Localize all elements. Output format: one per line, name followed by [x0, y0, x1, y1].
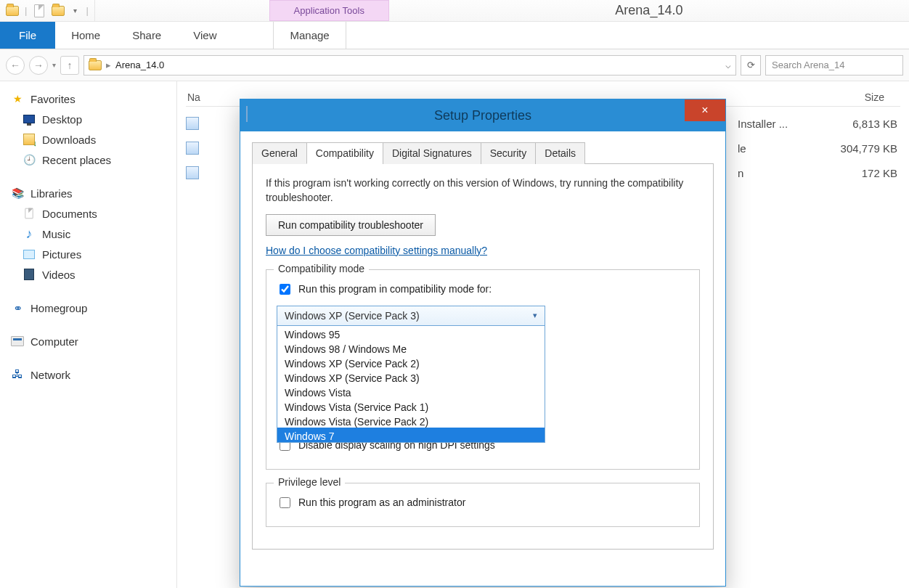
title-bar: | ▾ | Application Tools Arena_14.0 — [0, 0, 909, 22]
cell-size: 304,779 KB — [810, 142, 897, 155]
cell-size: 6,813 KB — [810, 118, 897, 130]
search-placeholder: Search Arena_14 — [772, 60, 844, 70]
installer-icon — [186, 117, 199, 130]
navigation-pane: ★ Favorites Desktop Downloads 🕘 Recent p… — [0, 81, 177, 588]
combo-option[interactable]: Windows XP (Service Pack 3) — [277, 369, 545, 384]
downloads-icon — [22, 132, 36, 147]
cell-type: n — [738, 167, 810, 179]
run-compat-mode-checkbox[interactable]: Run this program in compatibility mode f… — [277, 282, 689, 297]
sidebar-item-label: Desktop — [42, 113, 82, 126]
network-icon: 🖧 — [10, 367, 25, 382]
sidebar-favorites[interactable]: ★ Favorites — [3, 89, 174, 109]
music-icon: ♪ — [22, 226, 36, 241]
property-tabs: General Compatibility Digital Signatures… — [252, 142, 714, 164]
breadcrumb-folder[interactable]: Arena_14.0 — [115, 60, 164, 70]
open-folder-icon[interactable] — [52, 4, 65, 17]
compatibility-mode-combo[interactable]: Windows XP (Service Pack 3) ▾ Windows 95… — [277, 306, 545, 326]
run-as-admin-checkbox[interactable]: Run this program as an administrator — [277, 495, 689, 510]
tab-digital-signatures[interactable]: Digital Signatures — [383, 142, 481, 164]
folder-icon — [89, 59, 102, 72]
sidebar-network[interactable]: 🖧 Network — [3, 364, 174, 385]
nav-up-button[interactable]: ↑ — [60, 56, 79, 75]
checkbox-input[interactable] — [280, 284, 290, 295]
search-input[interactable]: Search Arena_14 — [765, 55, 903, 75]
sidebar-homegroup[interactable]: ⚭ Homegroup — [3, 298, 174, 318]
contextual-tab-label: Application Tools — [269, 0, 389, 21]
checkbox-label: Run this program as an administrator — [298, 497, 465, 508]
tab-view[interactable]: View — [177, 22, 232, 49]
nav-back-button[interactable]: ← — [6, 56, 25, 75]
sidebar-music[interactable]: ♪ Music — [3, 224, 174, 244]
cell-type: Installer ... — [738, 118, 810, 130]
videos-icon — [22, 267, 36, 282]
close-button[interactable]: × — [685, 99, 725, 121]
cell-size: 172 KB — [810, 167, 897, 179]
refresh-button[interactable]: ⟳ — [741, 55, 761, 75]
cell-type: le — [738, 142, 810, 155]
star-icon: ★ — [10, 91, 25, 106]
sidebar-item-label: Documents — [42, 208, 97, 220]
ribbon-tabs: File Home Share View Manage — [0, 22, 909, 49]
tab-file[interactable]: File — [0, 22, 55, 49]
tab-home[interactable]: Home — [55, 22, 116, 49]
column-size[interactable]: Size — [812, 91, 899, 103]
combo-option[interactable]: Windows XP (Service Pack 2) — [277, 355, 545, 369]
computer-icon — [10, 334, 25, 348]
group-legend: Privilege level — [274, 476, 345, 488]
privilege-level-group: Privilege level Run this program as an a… — [266, 483, 700, 527]
combo-option[interactable]: Windows Vista — [277, 384, 545, 399]
sidebar-computer[interactable]: Computer — [3, 331, 174, 351]
combo-option[interactable]: Windows 95 — [277, 326, 545, 340]
run-troubleshooter-button[interactable]: Run compatibility troubleshooter — [266, 214, 436, 236]
compatibility-help-link[interactable]: How do I choose compatibility settings m… — [266, 245, 487, 256]
tab-compatibility[interactable]: Compatibility — [306, 142, 383, 164]
combo-option[interactable]: Windows Vista (Service Pack 2) — [277, 413, 545, 428]
sidebar-documents[interactable]: Documents — [3, 203, 174, 224]
sidebar-downloads[interactable]: Downloads — [3, 129, 174, 150]
sidebar-item-label: Pictures — [42, 248, 81, 261]
qat-dropdown-icon[interactable]: ▾ — [70, 7, 80, 15]
monitor-icon — [22, 112, 36, 126]
sidebar-item-label: Homegroup — [30, 302, 87, 314]
homegroup-icon: ⚭ — [10, 301, 25, 315]
compatibility-panel: If this program isn't working correctly … — [252, 164, 714, 550]
nav-history-dropdown[interactable]: ▾ — [52, 61, 56, 69]
chevron-down-icon: ▾ — [533, 311, 537, 320]
combo-option[interactable]: Windows Vista (Service Pack 1) — [277, 399, 545, 413]
tab-general[interactable]: General — [252, 142, 307, 164]
sidebar-item-label: Libraries — [30, 187, 73, 200]
sidebar-desktop[interactable]: Desktop — [3, 109, 174, 129]
tab-manage[interactable]: Manage — [273, 22, 346, 49]
chevron-right-icon: ▸ — [106, 60, 111, 70]
dialog-title: Setup Properties — [240, 108, 725, 123]
combo-dropdown-list[interactable]: Windows 95Windows 98 / Windows MeWindows… — [277, 326, 545, 443]
address-bar: ← → ▾ ↑ ▸ Arena_14.0 ⌵ ⟳ Search Arena_14 — [0, 49, 909, 81]
recent-icon: 🕘 — [22, 152, 36, 167]
breadcrumb-dropdown-icon[interactable]: ⌵ — [725, 60, 731, 70]
checkbox-input[interactable] — [280, 497, 290, 508]
sidebar-item-label: Recent places — [42, 154, 111, 166]
breadcrumb[interactable]: ▸ Arena_14.0 ⌵ — [83, 55, 736, 75]
installer-icon — [186, 166, 199, 179]
sidebar-item-label: Downloads — [42, 134, 96, 146]
documents-icon — [22, 206, 36, 221]
properties-icon[interactable] — [33, 4, 46, 17]
sidebar-videos[interactable]: Videos — [3, 264, 174, 285]
tab-share[interactable]: Share — [116, 22, 177, 49]
combo-selected[interactable]: Windows XP (Service Pack 3) ▾ — [277, 306, 545, 326]
sidebar-pictures[interactable]: Pictures — [3, 244, 174, 264]
installer-icon — [246, 107, 248, 122]
sidebar-item-label: Computer — [30, 335, 78, 348]
compatibility-mode-group: Compatibility mode Run this program in c… — [266, 269, 700, 470]
combo-option[interactable]: Windows 7 — [277, 428, 545, 442]
combo-option[interactable]: Windows 98 / Windows Me — [277, 340, 545, 355]
setup-properties-dialog: Setup Properties × General Compatibility… — [240, 99, 726, 587]
nav-forward-button[interactable]: → — [29, 56, 48, 75]
tab-security[interactable]: Security — [481, 142, 537, 164]
combo-selected-label: Windows XP (Service Pack 3) — [285, 310, 420, 322]
dialog-titlebar[interactable]: Setup Properties × — [240, 99, 725, 131]
sidebar-item-label: Network — [30, 369, 70, 381]
sidebar-recent-places[interactable]: 🕘 Recent places — [3, 150, 174, 170]
tab-details[interactable]: Details — [535, 142, 585, 164]
sidebar-libraries[interactable]: 📚 Libraries — [3, 183, 174, 203]
